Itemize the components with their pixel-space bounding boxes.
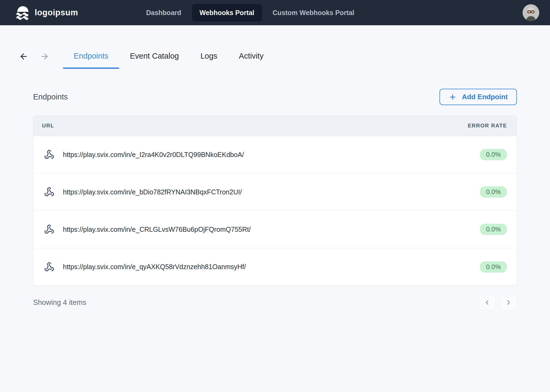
nav-item-webhooks-portal[interactable]: Webhooks Portal xyxy=(192,4,262,22)
items-count-summary: Showing 4 items xyxy=(33,298,86,307)
table-header-row: URL ERROR RATE xyxy=(33,116,517,136)
portal-tabs: Endpoints Event Catalog Logs Activity xyxy=(0,49,550,73)
error-rate-badge: 0.0% xyxy=(480,261,507,273)
endpoint-url: https://play.svix.com/in/e_CRLGLvsW76Bu6… xyxy=(63,226,480,233)
tab-activity[interactable]: Activity xyxy=(228,49,274,73)
chevron-right-icon xyxy=(505,299,512,306)
add-endpoint-button[interactable]: Add Endpoint xyxy=(439,89,517,105)
back-arrow-button[interactable] xyxy=(16,49,31,64)
top-navigation-bar: logoipsum Dashboard Webhooks Portal Cust… xyxy=(0,0,550,25)
logo-icon xyxy=(15,5,30,20)
arrow-left-icon xyxy=(19,52,28,61)
column-header-error-rate: ERROR RATE xyxy=(468,123,507,129)
chevron-left-icon xyxy=(483,299,491,306)
user-avatar[interactable] xyxy=(523,4,539,21)
next-page-button[interactable] xyxy=(500,294,517,311)
table-footer: Showing 4 items xyxy=(0,294,550,311)
table-row[interactable]: https://play.svix.com/in/e_CRLGLvsW76Bu6… xyxy=(33,211,517,248)
tab-logs[interactable]: Logs xyxy=(190,49,228,73)
error-rate-badge: 0.0% xyxy=(480,186,507,198)
webhook-icon xyxy=(44,224,54,234)
webhook-icon xyxy=(44,187,54,197)
table-row[interactable]: https://play.svix.com/in/e_qyAXKQ58rVdzn… xyxy=(33,248,517,286)
column-header-url: URL xyxy=(42,123,54,129)
tab-event-catalog[interactable]: Event Catalog xyxy=(119,49,190,73)
arrow-right-icon xyxy=(40,52,49,61)
error-rate-badge: 0.0% xyxy=(480,149,507,160)
nav-item-custom-webhooks-portal[interactable]: Custom Webhooks Portal xyxy=(265,4,362,22)
table-row[interactable]: https://play.svix.com/in/e_I2ra4K0v2r0DL… xyxy=(33,136,517,173)
error-rate-badge: 0.0% xyxy=(480,224,507,235)
table-row[interactable]: https://play.svix.com/in/e_bDio782fRYNAI… xyxy=(33,173,517,211)
previous-page-button[interactable] xyxy=(479,294,495,311)
endpoints-table: URL ERROR RATE https://play.svix.com/in/… xyxy=(33,115,517,286)
endpoint-url: https://play.svix.com/in/e_I2ra4K0v2r0DL… xyxy=(63,151,480,159)
top-nav: Dashboard Webhooks Portal Custom Webhook… xyxy=(139,4,362,22)
pagination xyxy=(479,294,517,311)
endpoint-url: https://play.svix.com/in/e_bDio782fRYNAI… xyxy=(63,188,480,196)
page-header: Endpoints Add Endpoint xyxy=(0,89,550,105)
logo-text: logoipsum xyxy=(35,8,78,17)
add-endpoint-label: Add Endpoint xyxy=(462,93,508,101)
brand[interactable]: logoipsum xyxy=(15,5,78,20)
webhook-icon xyxy=(44,149,54,160)
nav-item-dashboard[interactable]: Dashboard xyxy=(139,4,189,22)
page-title: Endpoints xyxy=(33,92,68,101)
avatar-image xyxy=(523,4,539,21)
plus-icon xyxy=(449,93,457,101)
endpoint-url: https://play.svix.com/in/e_qyAXKQ58rVdzn… xyxy=(63,263,480,271)
webhook-icon xyxy=(44,262,54,272)
forward-arrow-button[interactable] xyxy=(37,49,52,64)
tab-endpoints[interactable]: Endpoints xyxy=(63,49,119,73)
